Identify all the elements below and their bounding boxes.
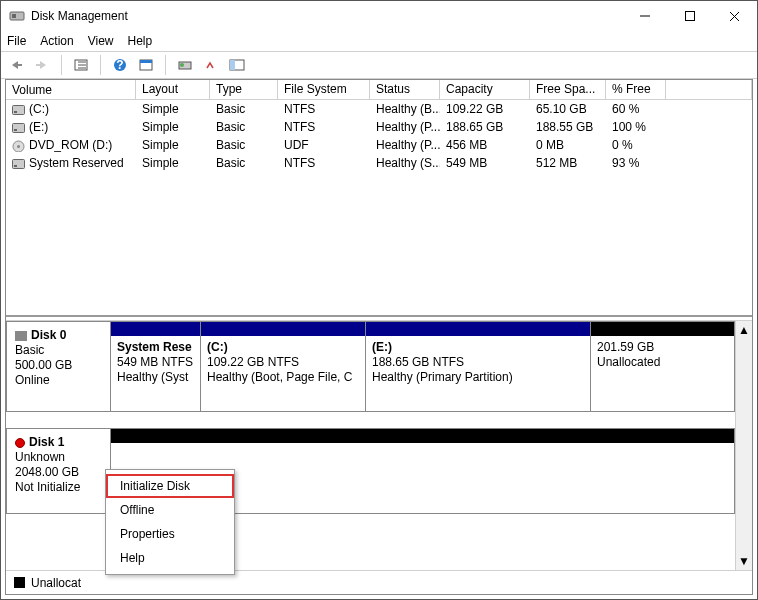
cell-type: Basic xyxy=(210,102,278,116)
ctx-properties[interactable]: Properties xyxy=(106,522,234,546)
disk-management-window: Disk Management File Action View Help ? xyxy=(0,0,758,600)
svg-rect-6 xyxy=(18,64,22,66)
svg-rect-27 xyxy=(14,165,17,167)
menu-view[interactable]: View xyxy=(88,34,114,48)
svg-point-17 xyxy=(180,63,184,67)
disk1-title: Disk 1 xyxy=(29,435,64,450)
window-title: Disk Management xyxy=(31,9,128,23)
cell-layout: Simple xyxy=(136,138,210,152)
cell-pct: 93 % xyxy=(606,156,666,170)
volume-icon xyxy=(12,158,25,168)
disk0-title: Disk 0 xyxy=(31,328,66,343)
volume-icon xyxy=(12,104,25,114)
col-capacity[interactable]: Capacity xyxy=(440,80,530,99)
menu-action[interactable]: Action xyxy=(40,34,73,48)
disk0-label: Disk 0 Basic 500.00 GB Online xyxy=(6,321,111,412)
list-button[interactable] xyxy=(226,54,248,76)
legend-swatch-unallocated xyxy=(14,577,25,588)
cell-pct: 60 % xyxy=(606,102,666,116)
cell-layout: Simple xyxy=(136,120,210,134)
col-free[interactable]: Free Spa... xyxy=(530,80,606,99)
minimize-button[interactable] xyxy=(622,1,667,31)
volume-icon xyxy=(12,140,25,150)
table-row[interactable]: (C:)SimpleBasicNTFSHealthy (B...109.22 G… xyxy=(6,100,752,118)
disk0-type: Basic xyxy=(15,343,102,358)
menu-file[interactable]: File xyxy=(7,34,26,48)
settings-button[interactable] xyxy=(135,54,157,76)
col-volume[interactable]: Volume xyxy=(6,80,136,99)
svg-rect-7 xyxy=(36,64,40,66)
cell-status: Healthy (B... xyxy=(370,102,440,116)
disk0-state: Online xyxy=(15,373,102,388)
cell-layout: Simple xyxy=(136,102,210,116)
cell-type: Basic xyxy=(210,156,278,170)
cell-capacity: 456 MB xyxy=(440,138,530,152)
legend-unallocated-label: Unallocat xyxy=(31,576,81,590)
disk-icon xyxy=(15,331,27,341)
volume-name: (E:) xyxy=(29,120,48,134)
table-row[interactable]: System ReservedSimpleBasicNTFSHealthy (S… xyxy=(6,154,752,172)
help-button[interactable]: ? xyxy=(109,54,131,76)
svg-rect-19 xyxy=(230,60,235,70)
cell-pct: 100 % xyxy=(606,120,666,134)
disk-error-icon xyxy=(15,438,25,448)
cell-free: 512 MB xyxy=(530,156,606,170)
app-icon xyxy=(9,8,25,24)
col-spare xyxy=(666,80,752,99)
svg-rect-3 xyxy=(685,12,694,21)
svg-point-25 xyxy=(17,145,20,148)
titlebar: Disk Management xyxy=(1,1,757,31)
cell-type: Basic xyxy=(210,138,278,152)
svg-rect-23 xyxy=(14,129,17,131)
svg-rect-15 xyxy=(140,60,152,63)
col-layout[interactable]: Layout xyxy=(136,80,210,99)
part-unallocated-d0[interactable]: 201.59 GBUnallocated xyxy=(591,322,734,411)
col-filesystem[interactable]: File System xyxy=(278,80,370,99)
rescan-button[interactable] xyxy=(200,54,222,76)
disk0-size: 500.00 GB xyxy=(15,358,102,373)
back-button[interactable] xyxy=(5,54,27,76)
cell-free: 188.55 GB xyxy=(530,120,606,134)
ctx-initialize-disk[interactable]: Initialize Disk xyxy=(106,474,234,498)
cell-fs: NTFS xyxy=(278,120,370,134)
cell-capacity: 188.65 GB xyxy=(440,120,530,134)
views-button[interactable] xyxy=(70,54,92,76)
cell-type: Basic xyxy=(210,120,278,134)
cell-fs: NTFS xyxy=(278,156,370,170)
part-sysreserved[interactable]: System Rese549 MB NTFSHealthy (Syst xyxy=(111,322,201,411)
disk1-size: 2048.00 GB xyxy=(15,465,102,480)
table-row[interactable]: (E:)SimpleBasicNTFSHealthy (P...188.65 G… xyxy=(6,118,752,136)
close-button[interactable] xyxy=(712,1,757,31)
col-status[interactable]: Status xyxy=(370,80,440,99)
volume-name: (C:) xyxy=(29,102,49,116)
volume-name: System Reserved xyxy=(29,156,124,170)
col-pctfree[interactable]: % Free xyxy=(606,80,666,99)
ctx-offline[interactable]: Offline xyxy=(106,498,234,522)
cell-layout: Simple xyxy=(136,156,210,170)
cell-fs: UDF xyxy=(278,138,370,152)
disk1-state: Not Initialize xyxy=(15,480,102,495)
menu-help[interactable]: Help xyxy=(128,34,153,48)
scroll-up-icon[interactable]: ▲ xyxy=(738,323,750,337)
table-row[interactable]: DVD_ROM (D:)SimpleBasicUDFHealthy (P...4… xyxy=(6,136,752,154)
disk-row-0[interactable]: Disk 0 Basic 500.00 GB Online System Res… xyxy=(6,321,735,416)
col-type[interactable]: Type xyxy=(210,80,278,99)
cell-status: Healthy (P... xyxy=(370,138,440,152)
cell-status: Healthy (P... xyxy=(370,120,440,134)
refresh-button[interactable] xyxy=(174,54,196,76)
forward-button[interactable] xyxy=(31,54,53,76)
scrollbar[interactable]: ▲ ▼ xyxy=(735,321,752,570)
scroll-down-icon[interactable]: ▼ xyxy=(738,554,750,568)
cell-pct: 0 % xyxy=(606,138,666,152)
maximize-button[interactable] xyxy=(667,1,712,31)
cell-capacity: 109.22 GB xyxy=(440,102,530,116)
part-c[interactable]: (C:)109.22 GB NTFSHealthy (Boot, Page Fi… xyxy=(201,322,366,411)
cell-fs: NTFS xyxy=(278,102,370,116)
svg-rect-1 xyxy=(12,14,16,18)
ctx-help[interactable]: Help xyxy=(106,546,234,570)
part-e[interactable]: (E:)188.65 GB NTFSHealthy (Primary Parti… xyxy=(366,322,591,411)
svg-rect-26 xyxy=(13,160,25,169)
cell-free: 0 MB xyxy=(530,138,606,152)
volume-table-header: Volume Layout Type File System Status Ca… xyxy=(6,80,752,100)
disk1-label: Disk 1 Unknown 2048.00 GB Not Initialize xyxy=(6,428,111,514)
